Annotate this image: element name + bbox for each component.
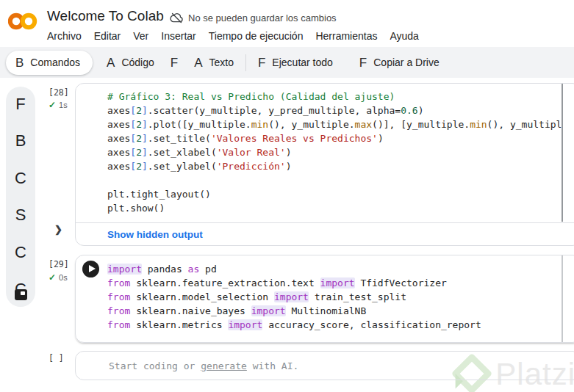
- show-hidden-output-link[interactable]: Show hidden output: [107, 229, 203, 240]
- menu-item[interactable]: Herramientas: [315, 30, 377, 42]
- run-all-label: Ejecutar todo: [272, 57, 333, 68]
- notebook-panel-icon[interactable]: [15, 289, 27, 300]
- run-all-icon: F: [258, 57, 265, 69]
- execution-count[interactable]: [29]: [49, 259, 69, 269]
- code-line: axes[2].set_title('Valores Reales vs Pre…: [107, 131, 562, 145]
- menu-item[interactable]: Tiempo de ejecución: [209, 30, 304, 42]
- code-line: plt.tight_layout(): [107, 187, 562, 201]
- commands-button[interactable]: B Comandos: [6, 51, 93, 75]
- code-line: [107, 173, 562, 187]
- run-all-button[interactable]: F Ejecutar todo: [250, 57, 341, 69]
- code-line: from sklearn.feature_extraction.text imp…: [107, 276, 562, 290]
- menu-item[interactable]: Ayuda: [390, 30, 418, 42]
- header: Welcome To Colab No se pueden guardar lo…: [0, 0, 574, 47]
- copy-to-drive-icon: F: [359, 57, 367, 69]
- menu-item[interactable]: Insertar: [161, 30, 195, 42]
- add-text-button[interactable]: A Texto: [186, 57, 242, 69]
- run-cell-button[interactable]: [82, 261, 99, 277]
- cell-toolbar: B Comandos A Código F A Texto F Ejecutar…: [0, 47, 574, 78]
- collapse-output-icon[interactable]: ❯: [54, 224, 62, 235]
- copy-to-drive-label: Copiar a Drive: [373, 57, 439, 68]
- code-line: from sklearn.model_selection import trai…: [107, 290, 562, 304]
- code-line: from sklearn.naive_bayes import Multinom…: [107, 304, 562, 318]
- execution-time: 0s: [59, 273, 68, 282]
- placeholder-text: Start coding or: [109, 360, 201, 371]
- colab-window: Platzi Welcome To Colab No se pueden gua…: [0, 0, 574, 392]
- code-editor[interactable]: import pandas as pdfrom sklearn.feature_…: [76, 255, 563, 342]
- execution-count[interactable]: [28]: [49, 87, 69, 98]
- menu-bar: ArchivoEditarVerInsertarTiempo de ejecuc…: [47, 30, 419, 42]
- code-line: axes[2].scatter(y_multiple, y_pred_multi…: [107, 104, 562, 117]
- left-icon-rail: FBCSCC: [6, 87, 35, 307]
- code-line: # Gráfico 3: Real vs Predicho (Calidad d…: [107, 90, 562, 104]
- add-text-label: Texto: [209, 57, 234, 68]
- add-text-icon: A: [194, 57, 202, 69]
- cell-tool-icon: F: [171, 57, 178, 69]
- code-cell-29: import pandas as pdfrom sklearn.feature_…: [75, 255, 574, 343]
- code-line: plt.show(): [107, 201, 562, 215]
- rail-icon[interactable]: B: [15, 133, 26, 149]
- cloud-off-icon: [170, 11, 184, 25]
- empty-code-cell[interactable]: Start coding or generate with AI.: [75, 351, 574, 380]
- output-section: Show hidden output: [76, 222, 574, 245]
- notebook-title[interactable]: Welcome To Colab: [47, 8, 164, 24]
- code-cell-28: # Gráfico 3: Real vs Predicho (Calidad d…: [75, 83, 574, 246]
- rail-icon[interactable]: F: [15, 96, 25, 112]
- colab-logo-icon[interactable]: [8, 11, 37, 32]
- code-editor[interactable]: # Gráfico 3: Real vs Predicho (Calidad d…: [76, 84, 563, 222]
- code-line: axes[2].set_xlabel('Valor Real'): [107, 145, 562, 159]
- placeholder-text: with AI.: [247, 360, 298, 371]
- copy-to-drive-button[interactable]: F Copiar a Drive: [351, 57, 448, 69]
- toolbar-divider: [245, 54, 246, 71]
- code-line: import pandas as pd: [107, 262, 562, 276]
- execution-time: 1s: [59, 101, 68, 109]
- commands-label: Comandos: [30, 57, 80, 68]
- rail-icon[interactable]: C: [15, 170, 26, 186]
- code-line: from sklearn.metrics import accuracy_sco…: [107, 318, 562, 332]
- save-status-text: No se pueden guardar los cambios: [188, 12, 337, 23]
- execution-count[interactable]: [ ]: [49, 353, 64, 363]
- cell-status: ✓ 0s: [49, 272, 68, 283]
- add-code-label: Código: [121, 57, 154, 68]
- commands-icon: B: [15, 57, 24, 69]
- check-icon: ✓: [49, 272, 56, 283]
- add-code-button[interactable]: A Código: [98, 57, 162, 69]
- cell-tool-button[interactable]: F: [162, 57, 186, 69]
- cell-status: ✓ 1s: [49, 100, 68, 110]
- rail-icon[interactable]: C: [15, 244, 26, 261]
- code-line: axes[2].set_ylabel('Predicción'): [107, 159, 562, 173]
- generate-ai-link[interactable]: generate: [201, 360, 247, 371]
- save-status[interactable]: No se pueden guardar los cambios: [170, 11, 337, 25]
- menu-item[interactable]: Ver: [133, 30, 148, 42]
- menu-item[interactable]: Archivo: [47, 30, 82, 42]
- add-code-icon: A: [107, 57, 115, 69]
- check-icon: ✓: [49, 100, 56, 110]
- code-line: axes[2].plot([y_multiple.min(), y_multip…: [107, 117, 562, 131]
- code-placeholder: Start coding or generate with AI.: [109, 360, 298, 371]
- rail-icon[interactable]: S: [15, 207, 26, 223]
- menu-item[interactable]: Editar: [94, 30, 121, 42]
